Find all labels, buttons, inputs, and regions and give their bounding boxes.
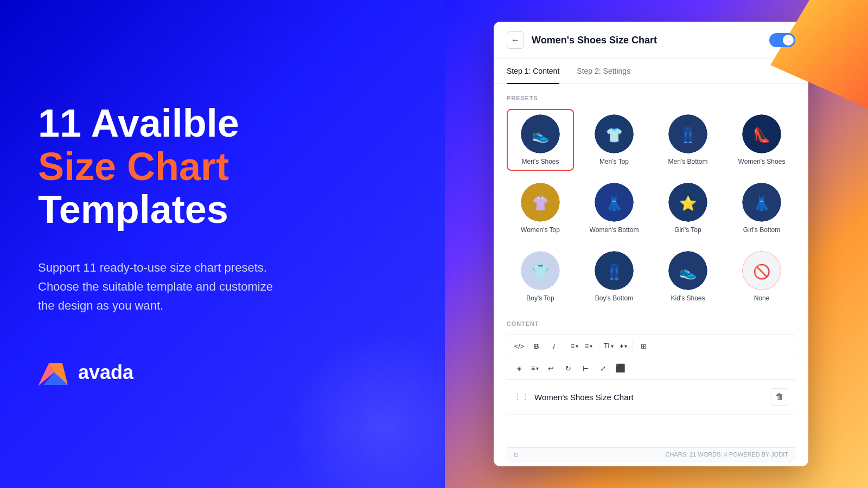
svg-text:👠: 👠 [753, 126, 771, 144]
logo-text: avada [78, 361, 133, 384]
preset-label-boys-bottom: Boy's Bottom [595, 294, 633, 302]
preset-label-kids-shoes: Kid's Shoes [671, 294, 705, 302]
preset-label-girls-top: Girl's Top [674, 226, 701, 234]
svg-text:⭐: ⭐ [679, 195, 697, 212]
svg-text:👚: 👚 [532, 195, 550, 212]
preset-item-girls-top[interactable]: ⭐ Girl's Top [654, 177, 722, 239]
editor-content-row: ⋮⋮ Women's Shoes Size Chart 🗑 [507, 380, 795, 415]
editor-toolbar: </> B I ≡ ▾ ≡ ▾ [507, 335, 795, 380]
preset-item-mens-top[interactable]: 👕 Men's Top [580, 109, 648, 171]
toolbar-italic-btn[interactable]: I [546, 338, 561, 354]
preset-label-womens-top: Women's Top [521, 226, 560, 234]
preset-icon-mens-bottom: 👖 [668, 114, 707, 153]
preset-icon-mens-shoes: 👟 [521, 114, 560, 153]
tabs-bar: Step 1: Content Step 2: Settings [494, 59, 808, 84]
content-label: CONTENT [507, 320, 795, 327]
preset-icon-womens-bottom: 👗 [595, 183, 634, 222]
toolbar-align[interactable]: ≡ ▾ [529, 363, 541, 373]
svg-text:👗: 👗 [753, 195, 771, 212]
toolbar-list-unordered[interactable]: ≡ ▾ [583, 341, 595, 351]
toolbar-text-size[interactable]: TI ▾ [602, 341, 616, 351]
editor-stats: CHARS: 21 WORDS: 4 POWERED BY JODIT [665, 451, 788, 458]
preset-item-boys-top[interactable]: 👕 Boy's Top [507, 246, 574, 307]
window-main-content: PRESETS 👟 Men's Shoes 👕 Men's Top 👖 Men'… [494, 84, 808, 466]
preset-item-boys-bottom[interactable]: 👖 Boy's Bottom [580, 246, 648, 307]
window-title: Women's Shoes Size Chart [532, 35, 762, 46]
editor-body: ⋮⋮ Women's Shoes Size Chart 🗑 ⊡ CHARS: 2… [507, 380, 795, 461]
drag-handle-icon[interactable]: ⋮⋮ [514, 393, 529, 401]
editor-footer: ⊡ CHARS: 21 WORDS: 4 POWERED BY JODIT [507, 447, 795, 461]
toolbar-undo-btn[interactable]: ↩ [543, 361, 558, 376]
left-panel: 11 Availble Size Chart Templates Support… [0, 0, 445, 488]
editor-section: </> B I ≡ ▾ ≡ ▾ [507, 335, 795, 461]
preset-item-womens-top[interactable]: 👚 Women's Top [507, 177, 574, 239]
svg-text:🚫: 🚫 [753, 263, 771, 280]
preset-label-none: None [754, 294, 770, 302]
preset-label-boys-top: Boy's Top [526, 294, 554, 302]
toolbar-indent-btn[interactable]: ⊢ [578, 361, 593, 376]
preset-item-mens-shoes[interactable]: 👟 Men's Shoes [507, 109, 574, 171]
preset-item-kids-shoes[interactable]: 👟 Kid's Shoes [654, 246, 722, 307]
app-window: ← Women's Shoes Size Chart Step 1: Conte… [494, 22, 808, 466]
toolbar-list-ordered[interactable]: ≡ ▾ [569, 341, 580, 351]
preset-icon-girls-bottom: 👗 [742, 183, 781, 222]
sep1 [565, 341, 565, 351]
sep3 [633, 341, 633, 351]
preset-icon-girls-top: ⭐ [668, 183, 707, 222]
presets-grid: 👟 Men's Shoes 👕 Men's Top 👖 Men's Bottom… [507, 109, 795, 307]
logo-area: avada [38, 359, 407, 386]
preset-icon-boys-bottom: 👖 [595, 251, 634, 290]
toolbar-save-btn[interactable]: ⬛ [612, 361, 628, 376]
editor-resize-handle[interactable]: ⊡ [514, 452, 518, 458]
editor-content-text[interactable]: Women's Shoes Size Chart [534, 393, 765, 402]
preset-item-none[interactable]: 🚫 None [728, 246, 795, 307]
svg-text:👕: 👕 [532, 263, 550, 280]
preset-icon-mens-top: 👕 [595, 114, 634, 153]
editor-empty-space [507, 415, 795, 447]
title-line3: Templates [38, 188, 228, 231]
toggle-switch[interactable] [769, 33, 795, 47]
toolbar-redo-btn[interactable]: ↻ [560, 361, 576, 376]
toolbar-row-2: ◈ ≡ ▾ ↩ ↻ ⊢ ⤢ ⬛ [507, 357, 795, 380]
preset-label-womens-bottom: Women's Bottom [590, 226, 639, 234]
main-title: 11 Availble Size Chart Templates [38, 102, 407, 236]
toolbar-source-btn[interactable]: ◈ [512, 361, 527, 376]
toolbar-color[interactable]: ♦ ▾ [618, 341, 629, 351]
back-button[interactable]: ← [507, 31, 524, 49]
presets-label: PRESETS [507, 95, 795, 101]
svg-text:👖: 👖 [605, 263, 623, 280]
preset-icon-boys-top: 👕 [521, 251, 560, 290]
right-panel: ← Women's Shoes Size Chart Step 1: Conte… [445, 0, 868, 488]
delete-button[interactable]: 🗑 [771, 388, 788, 406]
sep2 [598, 341, 598, 351]
preset-label-mens-top: Men's Top [599, 158, 629, 165]
preset-icon-kids-shoes: 👟 [668, 251, 707, 290]
preset-icon-none: 🚫 [742, 251, 781, 290]
toolbar-bold-btn[interactable]: B [529, 338, 544, 354]
preset-item-womens-shoes[interactable]: 👠 Women's Shoes [728, 109, 795, 171]
preset-item-mens-bottom[interactable]: 👖 Men's Bottom [654, 109, 722, 171]
title-line1: 11 Availble [38, 101, 239, 145]
preset-icon-womens-shoes: 👠 [742, 114, 781, 153]
toolbar-table-btn[interactable]: ⊞ [636, 338, 652, 354]
svg-text:👖: 👖 [679, 126, 697, 144]
toolbar-fullscreen-btn[interactable]: ⤢ [595, 361, 610, 376]
tab-content[interactable]: Step 1: Content [507, 59, 559, 84]
svg-text:👕: 👕 [605, 126, 623, 144]
toolbar-row-1: </> B I ≡ ▾ ≡ ▾ [507, 335, 795, 357]
title-line2: Size Chart [38, 145, 229, 188]
tab-settings[interactable]: Step 2: Settings [577, 59, 630, 84]
preset-item-girls-bottom[interactable]: 👗 Girl's Bottom [728, 177, 795, 239]
svg-text:👟: 👟 [532, 126, 550, 144]
preset-label-mens-shoes: Men's Shoes [522, 158, 559, 165]
svg-text:👗: 👗 [605, 195, 623, 212]
toolbar-code-btn[interactable]: </> [512, 338, 527, 354]
preset-icon-womens-top: 👚 [521, 183, 560, 222]
preset-label-mens-bottom: Men's Bottom [668, 158, 708, 165]
description: Support 11 ready-to-use size chart prese… [38, 258, 342, 316]
preset-label-womens-shoes: Women's Shoes [738, 158, 786, 165]
preset-item-womens-bottom[interactable]: 👗 Women's Bottom [580, 177, 648, 239]
svg-text:👟: 👟 [679, 263, 697, 280]
preset-label-girls-bottom: Girl's Bottom [743, 226, 780, 234]
avada-logo-icon [38, 359, 71, 386]
